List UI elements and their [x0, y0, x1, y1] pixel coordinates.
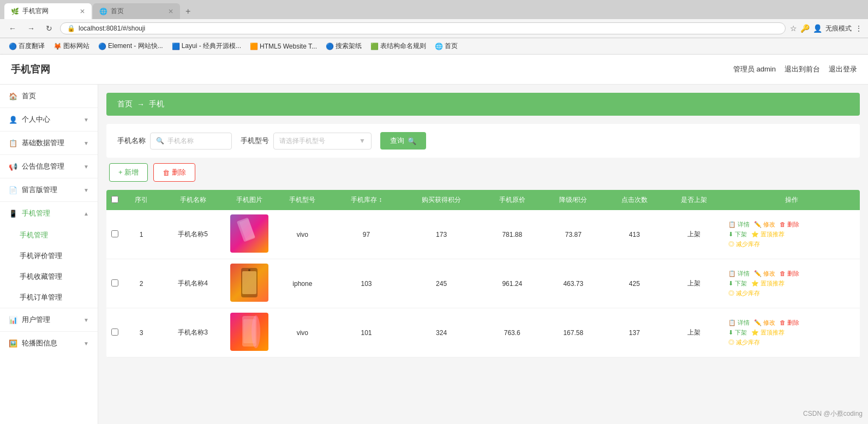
sidebar-label-phone: 手机管理	[22, 208, 50, 218]
row1-reduce-btn[interactable]: ◎ 减少库存	[728, 240, 760, 248]
row2-reduce-btn[interactable]: ◎ 减少库存	[728, 289, 760, 297]
bookmark-label-8: 首页	[445, 41, 458, 51]
row1-id: 1	[123, 210, 160, 259]
sidebar-sub-phone-review[interactable]: 手机评价管理	[0, 246, 98, 266]
tab-close-btn-2[interactable]: ✕	[168, 8, 173, 15]
sidebar: 🏠 首页 👤 个人中心 ▼ 📋 基础数据管理 ▼	[0, 85, 98, 424]
bookmark-html5[interactable]: 🟧 HTML5 Website T...	[247, 41, 320, 51]
sidebar-item-home[interactable]: 🏠 首页	[0, 85, 98, 108]
bookmark-element[interactable]: 🔵 Element - 网站快...	[95, 40, 166, 52]
bookmark-search[interactable]: 🔵 搜索架纸	[322, 40, 365, 52]
row1-edit-btn[interactable]: ✏️ 修改	[754, 220, 775, 229]
add-button[interactable]: + 新增	[109, 163, 148, 182]
search-button[interactable]: 查询 🔍	[380, 132, 426, 150]
tab-active[interactable]: 🌿 手机官网 ✕	[4, 3, 92, 19]
row2-checkbox[interactable]	[111, 279, 118, 286]
star-button[interactable]: ☆	[790, 24, 797, 33]
row3-delete-btn[interactable]: 🗑 删除	[780, 319, 799, 327]
row3-points: 324	[400, 308, 482, 357]
address-bar[interactable]: 🔒 localhost:8081/#/shouji	[60, 22, 786, 34]
row3-reduce-btn[interactable]: ◎ 减少库存	[728, 338, 760, 347]
row3-type: vivo	[273, 308, 332, 357]
bookmark-icon-3: 🔵	[98, 43, 106, 50]
row3-clicks: 137	[604, 308, 664, 357]
sidebar-label-personal: 个人中心	[22, 115, 50, 124]
browser-actions: ☆ 🔑 👤 无痕模式 ⋮	[790, 24, 863, 33]
sidebar-item-phone[interactable]: 📱 手机管理 ▲	[0, 202, 98, 225]
sidebar-sub-phone-manage[interactable]: 手机管理	[0, 225, 98, 246]
row1-clicks: 413	[604, 210, 664, 259]
row2-detail-btn[interactable]: 📋 详情	[728, 270, 750, 278]
sidebar-item-user[interactable]: 📊 用户管理 ▼	[0, 308, 98, 331]
chevron-down-icon-6: ▼	[83, 317, 89, 323]
row3-checkbox[interactable]	[111, 329, 118, 336]
row2-price: 961.24	[482, 259, 542, 308]
sidebar-item-basic-data[interactable]: 📋 基础数据管理 ▼	[0, 132, 98, 154]
bookmark-icon-5: 🟧	[250, 43, 258, 50]
row2-download-btn[interactable]: ⬇ 下架	[728, 279, 747, 288]
goto-front-btn[interactable]: 退出到前台	[785, 64, 820, 74]
row3-edit-btn[interactable]: ✏️ 修改	[754, 319, 775, 327]
sidebar-item-message[interactable]: 📄 留言版管理 ▼	[0, 178, 98, 201]
select-all-checkbox[interactable]	[111, 196, 118, 203]
row1-download-btn[interactable]: ⬇ 下架	[728, 230, 747, 238]
logout-btn[interactable]: 退出登录	[829, 64, 857, 74]
row3-checkbox-cell	[106, 308, 123, 357]
row3-detail-btn[interactable]: 📋 详情	[728, 319, 750, 327]
bookmarks-bar: 🔵 百度翻译 🦊 图标网站 🔵 Element - 网站快... 🟦 Layui…	[0, 38, 868, 55]
header-checkbox[interactable]	[106, 190, 123, 210]
forward-button[interactable]: →	[24, 23, 38, 34]
sidebar-item-announcement[interactable]: 📢 公告信息管理 ▼	[0, 155, 98, 178]
announcement-icon: 📢	[9, 163, 17, 171]
new-tab-button[interactable]: +	[181, 4, 195, 19]
sidebar-item-carousel[interactable]: 🖼️ 轮播图信息 ▼	[0, 332, 98, 355]
bookmark-label-4: Layui - 经典开源模...	[182, 41, 241, 51]
row3-download-btn[interactable]: ⬇ 下架	[728, 329, 747, 337]
sidebar-label-announcement: 公告信息管理	[22, 162, 64, 171]
row1-delete-btn[interactable]: 🗑 删除	[780, 220, 799, 229]
profile-button[interactable]: 👤	[813, 24, 822, 33]
phone-table: 序引 手机名称 手机图片 手机型号 手机库存 ↕ 购买获得积分 手机原价 降级/…	[106, 190, 860, 357]
sidebar-item-personal[interactable]: 👤 个人中心 ▼	[0, 108, 98, 131]
tab-close-btn[interactable]: ✕	[80, 8, 85, 15]
type-label: 手机型号	[241, 136, 269, 146]
header-img: 手机图片	[226, 190, 273, 210]
row1-actions: 📋 详情 ✏️ 修改 🗑 删除 ⬇ 下架 ⭐ 置顶推荐	[724, 210, 860, 259]
row1-recommend-btn[interactable]: ⭐ 置顶推荐	[751, 230, 785, 238]
name-input[interactable]: 🔍 手机名称	[150, 133, 232, 150]
bookmark-icon-site[interactable]: 🦊 图标网站	[50, 40, 93, 52]
key-button[interactable]: 🔑	[800, 24, 810, 33]
bookmark-layui[interactable]: 🟦 Layui - 经典开源模...	[169, 40, 244, 52]
bookmark-baidu[interactable]: 🔵 百度翻译	[5, 40, 48, 52]
row2-edit-btn[interactable]: ✏️ 修改	[754, 270, 775, 278]
row3-recommend-btn[interactable]: ⭐ 置顶推荐	[751, 329, 785, 337]
table-header: 序引 手机名称 手机图片 手机型号 手机库存 ↕ 购买获得积分 手机原价 降级/…	[106, 190, 860, 210]
sidebar-sub-phone-collect[interactable]: 手机收藏管理	[0, 266, 98, 287]
carousel-icon: 🖼️	[9, 339, 17, 348]
app-wrapper: 手机官网 管理员 admin 退出到前台 退出登录 🏠 首页 👤 个人中心	[0, 55, 868, 424]
row1-checkbox[interactable]	[111, 230, 118, 237]
bookmark-home[interactable]: 🌐 首页	[432, 40, 461, 52]
tab-inactive[interactable]: 🌐 首页 ✕	[93, 3, 180, 19]
bookmark-table[interactable]: 🟩 表结构命名规则	[367, 40, 429, 52]
row2-delete-btn[interactable]: 🗑 删除	[780, 270, 799, 278]
add-btn-label: + 新增	[118, 168, 139, 177]
delete-button[interactable]: 🗑 删除	[153, 163, 195, 182]
row1-price: 781.88	[482, 210, 542, 259]
address-text: localhost:8081/#/shouji	[79, 25, 145, 32]
refresh-button[interactable]: ↻	[43, 23, 56, 34]
type-select[interactable]: 请选择手机型号 ▼	[273, 133, 372, 150]
bookmark-icon-4: 🟦	[172, 43, 180, 50]
chevron-down-icon-7: ▼	[83, 341, 89, 347]
row1-detail-btn[interactable]: 📋 详情	[728, 220, 750, 229]
row3-img	[226, 308, 273, 357]
header-price: 手机原价	[482, 190, 542, 210]
breadcrumb-home[interactable]: 首页	[117, 99, 133, 109]
chevron-down-icon-5: ▲	[83, 211, 89, 217]
bookmark-icon-8: 🌐	[435, 43, 443, 50]
sidebar-sub-phone-order[interactable]: 手机订单管理	[0, 287, 98, 308]
back-button[interactable]: ←	[5, 23, 20, 34]
row2-recommend-btn[interactable]: ⭐ 置顶推荐	[751, 279, 785, 288]
menu-button[interactable]: ⋮	[855, 24, 863, 33]
row2-img	[226, 259, 273, 308]
